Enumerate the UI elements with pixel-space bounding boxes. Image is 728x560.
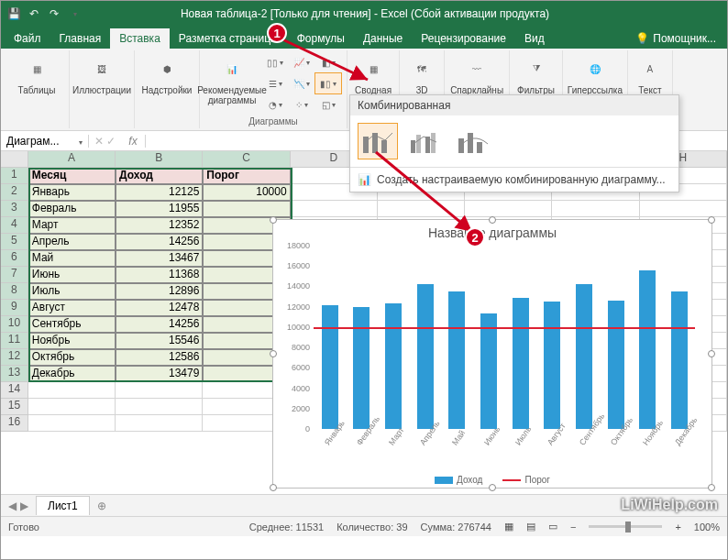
embedded-chart[interactable]: Название диаграммы 020004000600080001000… (272, 219, 712, 489)
tell-me-label: Помощник... (653, 32, 716, 45)
line-chart-button[interactable]: 📈 (289, 52, 314, 72)
svg-rect-8 (468, 133, 473, 153)
select-all-corner[interactable] (1, 151, 28, 168)
svg-rect-2 (381, 140, 387, 153)
filter-icon: ⧩ (522, 54, 551, 83)
save-icon[interactable]: 💾 (6, 6, 21, 21)
legend-swatch-income (435, 477, 453, 484)
surface-chart-button[interactable]: ◱ (315, 94, 341, 115)
window-title: Новая таблица-2 [Только для чтения] - Ex… (82, 7, 648, 20)
status-bar: Готово Среднее: 11531 Количество: 39 Сум… (1, 516, 727, 536)
resize-handle[interactable] (708, 350, 715, 357)
svg-rect-4 (416, 135, 421, 153)
legend-swatch-threshold (502, 479, 521, 481)
custom-combo-icon: 📊 (358, 173, 371, 186)
chart-plot-area[interactable]: 0200040006000800010000120001400016000180… (314, 246, 695, 429)
scatter-chart-button[interactable]: ⁘ (289, 94, 314, 115)
zoom-out-button[interactable]: − (570, 522, 576, 533)
addins-icon: ⬢ (152, 54, 182, 83)
annotation-callout-2: 2 (465, 227, 485, 247)
pie-chart-button[interactable]: ◔ (262, 94, 288, 115)
view-break-icon[interactable]: ▭ (548, 521, 557, 533)
tab-home[interactable]: Главная (50, 28, 111, 49)
resize-handle[interactable] (489, 216, 496, 224)
tab-view[interactable]: Вид (515, 28, 554, 49)
legend-label-income: Доход (457, 475, 482, 485)
table-icon: ▦ (22, 54, 51, 83)
column-chart-button[interactable]: ▯▯ (262, 52, 288, 72)
resize-handle[interactable] (708, 484, 715, 491)
tab-data[interactable]: Данные (354, 28, 412, 49)
stat-chart-button[interactable]: 📉 (289, 73, 314, 93)
zoom-slider[interactable] (589, 525, 662, 528)
watermark: LiWiHelp.com (621, 497, 718, 513)
combo-chart-button[interactable]: ▮▯ (315, 73, 341, 93)
create-custom-combo[interactable]: 📊Создать настраиваемую комбинированную д… (350, 167, 678, 192)
redo-icon[interactable]: ↷ (47, 6, 61, 21)
zoom-in-button[interactable]: + (675, 522, 680, 533)
text-icon: A (635, 54, 665, 83)
col-header[interactable]: B (116, 151, 203, 168)
svg-rect-3 (411, 140, 415, 153)
view-page-icon[interactable]: ▤ (526, 521, 535, 533)
combo-thumb-1[interactable] (358, 123, 398, 159)
illustrations-button[interactable]: 🖼Иллюстрации (75, 52, 128, 97)
col-header[interactable]: A (28, 151, 116, 168)
create-custom-combo-label: Создать настраиваемую комбинированную ди… (377, 173, 666, 186)
tab-insert[interactable]: Вставка (110, 28, 170, 49)
tell-me[interactable]: 💡 Помощник... (628, 28, 723, 49)
qat-more-icon[interactable] (67, 6, 82, 21)
tab-file[interactable]: Файл (5, 28, 50, 49)
resize-handle[interactable] (270, 350, 277, 357)
recommended-charts-icon: 📊 (217, 54, 247, 83)
combo-thumb-3[interactable] (453, 123, 493, 159)
resize-handle[interactable] (489, 484, 496, 491)
fx-icon[interactable]: fx (121, 135, 145, 148)
recommended-charts-button[interactable]: 📊Рекомендуемые диаграммы (205, 52, 259, 107)
undo-icon[interactable]: ↶ (27, 6, 41, 21)
sheet-tab[interactable]: Лист1 (36, 496, 90, 515)
resize-handle[interactable] (270, 216, 277, 224)
charts-group-label: Диаграммы (248, 116, 298, 126)
pivot-icon: ▦ (358, 54, 388, 83)
svg-rect-9 (477, 142, 482, 153)
annotation-callout-1: 1 (267, 23, 287, 43)
chart-title[interactable]: Название диаграммы (273, 225, 711, 240)
tables-label: Таблицы (18, 85, 56, 95)
hierarchy-chart-button[interactable]: ◧ (315, 52, 341, 72)
combo-chart-dropdown: Комбинированная 📊Создать настраиваемую к… (349, 94, 679, 192)
3d-map-button[interactable]: 🗺3D (405, 52, 438, 97)
status-average: Среднее: 11531 (249, 522, 324, 533)
status-count: Количество: 39 (336, 522, 407, 533)
sheet-tab-bar: ◀▶ Лист1 ⊕ (1, 494, 727, 516)
hyperlink-icon: 🌐 (580, 54, 610, 83)
addins-button[interactable]: ⬢Надстройки (140, 52, 193, 97)
col-header[interactable]: C (203, 151, 290, 168)
zoom-level[interactable]: 100% (694, 522, 720, 533)
resize-handle[interactable] (270, 484, 277, 491)
dropdown-header: Комбинированная (350, 95, 678, 115)
hyperlink-button[interactable]: 🌐Гиперссылка (568, 52, 622, 97)
bar-chart-button[interactable]: ☰ (262, 73, 288, 93)
resize-handle[interactable] (708, 216, 715, 224)
pictures-icon: 🖼 (87, 54, 116, 83)
tab-review[interactable]: Рецензирование (412, 28, 515, 49)
sheet-prev-icon[interactable]: ◀ (8, 500, 17, 512)
text-button[interactable]: AТекст (634, 52, 667, 97)
combo-thumb-2[interactable] (405, 123, 446, 159)
title-bar: 💾 ↶ ↷ Новая таблица-2 [Только для чтения… (1, 1, 727, 27)
sheet-next-icon[interactable]: ▶ (20, 500, 28, 512)
tables-button[interactable]: ▦Таблицы (10, 52, 63, 97)
filters-button[interactable]: ⧩Фильтры (515, 52, 557, 97)
sparklines-button[interactable]: 〰Спарклайны (450, 52, 503, 97)
add-sheet-button[interactable]: ⊕ (90, 500, 114, 512)
name-box[interactable]: Диаграм... (1, 135, 89, 148)
legend-label-threshold: Порог (524, 475, 550, 485)
sparklines-icon: 〰 (462, 54, 491, 83)
recommended-charts-label: Рекомендуемые диаграммы (195, 85, 269, 105)
addins-label: Надстройки (142, 85, 193, 95)
name-box-value: Диаграм... (6, 135, 59, 148)
tab-formulas[interactable]: Формулы (288, 28, 354, 49)
pivot-chart-button[interactable]: ▦Сводная (353, 52, 393, 97)
view-normal-icon[interactable]: ▦ (504, 521, 513, 533)
